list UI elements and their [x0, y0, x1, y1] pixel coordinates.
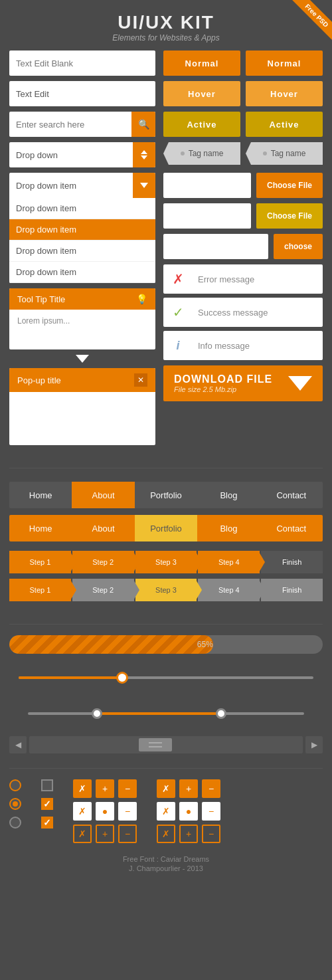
scroll-thumb[interactable] — [139, 738, 172, 751]
download-box[interactable]: DOWNLOAD FILE File size 2.5 Mb.zip — [163, 365, 323, 401]
minus-icon-orange[interactable]: − — [118, 779, 137, 798]
slider-track[interactable] — [19, 676, 313, 679]
plus-icon-outline-2[interactable]: + — [179, 825, 198, 843]
active-btn-row: Active Active — [163, 112, 323, 137]
scrollbar-wrap: ◀ ▶ — [0, 732, 332, 763]
choose-file-button-3[interactable]: choose — [274, 234, 323, 259]
step-2-1[interactable]: Step 1 — [9, 579, 71, 601]
nav-about-2[interactable]: About — [72, 515, 134, 541]
active-button-2[interactable]: Active — [246, 112, 323, 137]
checkbox-checked-1[interactable]: ✓ — [41, 798, 53, 810]
success-icon: ✓ — [163, 298, 193, 327]
popup-close-button[interactable]: ✕ — [134, 373, 147, 387]
nav-home-2[interactable]: Home — [9, 515, 72, 541]
free-psd-ribbon: Free PSD — [279, 0, 332, 53]
minus-icon-outline-2[interactable]: − — [202, 825, 220, 843]
plus-icon-orange[interactable]: + — [96, 779, 114, 798]
hover-button-2[interactable]: Hover — [246, 81, 323, 106]
dropdown-arrows — [133, 142, 155, 167]
popup-title: Pop-up title — [17, 375, 61, 385]
active-button[interactable]: Active — [163, 112, 240, 137]
x-icon-orange[interactable]: ✗ — [73, 779, 92, 798]
tag-1: Tag name — [163, 142, 240, 165]
info-message-row: i Info message — [163, 331, 323, 360]
search-button[interactable]: 🔍 — [131, 112, 155, 137]
choose-file-button-1[interactable]: Choose File — [256, 173, 323, 198]
tag-2: Tag name — [246, 142, 323, 165]
nav-blog-2[interactable]: Blog — [197, 515, 260, 541]
x-icon-orange-2[interactable]: ✗ — [157, 779, 175, 798]
info-message-text: Info message — [193, 341, 250, 351]
step2-arrow-1 — [70, 579, 76, 601]
x-icon-outline[interactable]: ✗ — [73, 825, 92, 843]
tooltip-title: Tool Tip Title — [17, 294, 65, 304]
radio-empty-2[interactable] — [9, 817, 21, 829]
controls-area: ✓ ✓ ✗ + − ✗ ● − ✗ + − ✗ + − ✗ ● − ✗ + − — [0, 774, 332, 848]
slider-fill — [19, 676, 122, 679]
choose-file-button-2[interactable]: Choose File — [256, 203, 323, 229]
nav-portfolio-1[interactable]: Portfolio — [135, 482, 197, 508]
slider-thumb[interactable] — [116, 672, 128, 684]
tag-dot-2 — [263, 151, 267, 155]
icon-grid-2: ✗ + − ✗ ● − ✗ + − — [157, 779, 220, 843]
scroll-left-button[interactable]: ◀ — [9, 736, 27, 753]
success-message-row: ✓ Success message — [163, 298, 323, 327]
nav-contact-1[interactable]: Contact — [260, 482, 323, 508]
scroll-grip-icon — [149, 742, 162, 747]
step2-arrow-3 — [195, 579, 202, 601]
minus-icon-white-2[interactable]: − — [202, 802, 220, 821]
checkbox-checked-2[interactable]: ✓ — [41, 817, 53, 829]
normal-btn-row: Normal Normal — [163, 50, 323, 76]
checkmark-icon: ✓ — [43, 799, 51, 809]
nav-contact-2[interactable]: Contact — [260, 515, 323, 541]
range-thumb-left[interactable] — [92, 708, 102, 719]
dropdown-wrap: Drop down — [9, 142, 155, 167]
nav-about-1[interactable]: About — [72, 482, 134, 508]
normal-button-2[interactable]: Normal — [246, 50, 323, 76]
nav-portfolio-2[interactable]: Portfolio — [135, 515, 197, 541]
step-1-finish[interactable]: Finish — [261, 551, 323, 573]
range-fill — [97, 712, 221, 715]
x-icon-white[interactable]: ✗ — [73, 802, 92, 821]
step-1-3[interactable]: Step 3 — [135, 551, 197, 573]
minus-icon-outline[interactable]: − — [118, 825, 137, 843]
range-thumb-right[interactable] — [216, 708, 226, 719]
step-1-4[interactable]: Step 4 — [198, 551, 260, 573]
list-item[interactable]: Drop down item — [9, 198, 155, 219]
radio-filled[interactable] — [9, 798, 21, 810]
plus-icon-outline[interactable]: + — [96, 825, 114, 843]
radio-empty-1[interactable] — [9, 779, 21, 791]
scroll-right-button[interactable]: ▶ — [305, 736, 323, 753]
normal-button[interactable]: Normal — [163, 50, 240, 76]
step-arrow-2 — [133, 551, 139, 573]
minus-icon-orange-2[interactable]: − — [202, 779, 220, 798]
list-item[interactable]: Drop down item — [9, 219, 155, 241]
text-edit-blank[interactable] — [9, 50, 155, 76]
minus-icon-white[interactable]: − — [118, 802, 137, 821]
range-slider-wrap — [9, 699, 323, 727]
list-item[interactable]: Drop down item — [9, 241, 155, 262]
step-1-1[interactable]: Step 1 — [9, 551, 71, 573]
file-input-3 — [163, 234, 268, 259]
nav-home-1[interactable]: Home — [9, 482, 72, 508]
nav-section: Home About Portfolio Blog Contact Home A… — [0, 474, 332, 619]
circle-icon-white[interactable]: ● — [96, 802, 114, 821]
step-2-finish[interactable]: Finish — [261, 579, 323, 601]
x-icon-white-2[interactable]: ✗ — [157, 802, 175, 821]
step-1-2[interactable]: Step 2 — [72, 551, 134, 573]
plus-icon-orange-2[interactable]: + — [179, 779, 198, 798]
file-row-3: choose — [163, 234, 323, 259]
list-item[interactable]: Drop down item — [9, 262, 155, 283]
nav-blog-1[interactable]: Blog — [197, 482, 260, 508]
hover-button[interactable]: Hover — [163, 81, 240, 106]
checkbox-unchecked[interactable] — [41, 779, 53, 791]
circle-icon-white-2[interactable]: ● — [179, 802, 198, 821]
radio-col — [9, 779, 21, 843]
step-2-3[interactable]: Step 3 — [135, 579, 197, 601]
step-2-2[interactable]: Step 2 — [72, 579, 134, 601]
scroll-track[interactable] — [29, 736, 303, 753]
x-icon-outline-2[interactable]: ✗ — [157, 825, 175, 843]
range-track[interactable] — [28, 712, 304, 715]
popup-header: Pop-up title ✕ — [9, 368, 155, 392]
step-2-4[interactable]: Step 4 — [198, 579, 260, 601]
